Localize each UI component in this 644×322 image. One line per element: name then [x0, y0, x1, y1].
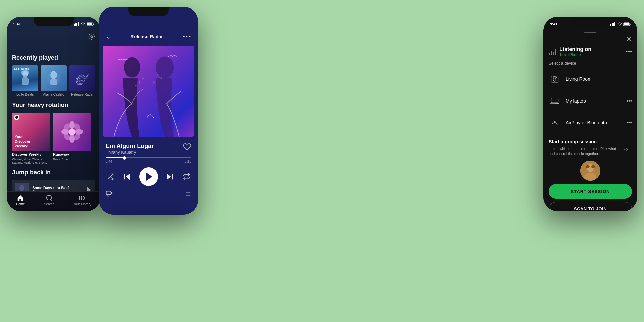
time-left: 9:41: [13, 22, 21, 26]
player-header: ⌄ Release Radar •••: [99, 20, 198, 44]
airplay-svg: [550, 118, 559, 127]
svg-point-17: [69, 128, 75, 135]
svg-rect-62: [612, 23, 613, 26]
phone-center: ⌄ Release Radar •••: [99, 7, 198, 215]
skip-back-button[interactable]: [122, 172, 132, 181]
bar-2: [551, 51, 552, 55]
recently-played-title: Recently played: [12, 54, 95, 61]
device-item-airplay[interactable]: AirPlay or Bluetooth •••: [543, 112, 637, 133]
nav-library-label: Your Library: [73, 202, 91, 206]
status-icons-right: [610, 22, 631, 26]
heavy-rotation-title: Your heavy rotation: [12, 102, 95, 109]
runaway-flower-svg: [60, 120, 84, 144]
select-device-label: Select a device: [543, 60, 637, 68]
notch-right: [570, 17, 610, 26]
device-item-living-room[interactable]: Living Room: [543, 68, 637, 90]
controls-row: [99, 165, 198, 189]
play-triangle: [146, 173, 152, 181]
battery-icon-left: [87, 22, 94, 26]
nav-home[interactable]: Home: [16, 194, 25, 206]
time-row: 0:44 -3:13: [106, 160, 191, 163]
svg-point-28: [19, 185, 24, 191]
signal-icon-left: [74, 22, 79, 26]
device-item-laptop[interactable]: My laptop •••: [543, 90, 637, 112]
svg-marker-47: [126, 174, 130, 180]
album-cover: [103, 46, 194, 137]
svg-point-18: [69, 121, 75, 129]
skip-forward-button[interactable]: [165, 172, 174, 181]
listening-title: Listening on: [559, 46, 622, 52]
lofi-label-overlay: Lo-Fi Beats: [14, 67, 29, 70]
more-dots-icon[interactable]: •••: [183, 33, 191, 40]
svg-point-10: [21, 70, 29, 75]
progress-bar[interactable]: [106, 157, 191, 158]
svg-rect-2: [76, 23, 77, 26]
svg-point-38: [156, 57, 174, 78]
scan-to-join-button[interactable]: SCAN TO JOIN: [549, 202, 632, 211]
player-title: Release Radar: [130, 34, 163, 39]
time-right: 9:41: [550, 22, 557, 26]
rotation-art-discover: YourDiscoverWeekly: [12, 113, 50, 151]
start-session-button[interactable]: START SESSION: [549, 184, 632, 199]
listening-more-button[interactable]: •••: [626, 48, 632, 55]
home-header: [7, 30, 101, 43]
svg-point-75: [587, 164, 594, 172]
alaina-label: Alaina Castillo: [41, 93, 66, 96]
runaway-art-inner: [53, 113, 91, 151]
screen-center: ⌄ Release Radar •••: [99, 7, 198, 215]
lofi-label: Lo-Fi Beats: [12, 93, 38, 96]
close-row: ✕: [543, 34, 637, 44]
repeat-button[interactable]: [182, 172, 191, 181]
svg-rect-66: [630, 23, 631, 25]
song-artist: Thifany Kauany: [106, 150, 154, 155]
screen-left: 9:41: [7, 17, 101, 211]
svg-point-69: [553, 78, 556, 81]
laptop-more-button[interactable]: •••: [626, 98, 632, 104]
phone-left: 9:41: [7, 17, 101, 211]
scan-to-join-label: SCAN TO JOIN: [574, 206, 607, 211]
chevron-down-icon[interactable]: ⌄: [106, 33, 111, 40]
svg-rect-61: [610, 24, 611, 26]
living-room-label: Living Room: [566, 76, 632, 82]
heart-button[interactable]: [183, 143, 191, 153]
signal-icon-right: [610, 22, 616, 26]
jump-song-title: Some Days • Ira Wolf: [32, 186, 82, 190]
gear-icon[interactable]: [88, 33, 95, 40]
svg-point-21: [75, 129, 83, 135]
group-session-section: Start a group session Listen with friend…: [543, 133, 637, 211]
svg-point-78: [591, 165, 595, 168]
airplay-more-button[interactable]: •••: [626, 120, 632, 126]
laptop-svg: [550, 96, 559, 106]
discover-sub: Wardell, Yoke, Thifany Kauany, Marie-Clo…: [12, 158, 50, 164]
svg-text:Your: Your: [76, 77, 81, 79]
phone-right: 9:41: [543, 17, 637, 211]
svg-point-19: [69, 135, 75, 143]
nav-library[interactable]: Your Library: [73, 194, 91, 206]
song-text: Em Algum Lugar Thifany Kauany: [106, 143, 154, 155]
extra-controls: [99, 189, 198, 202]
close-button[interactable]: ✕: [626, 35, 632, 43]
nav-search[interactable]: Search: [44, 194, 55, 206]
recently-played-section: Recently played Lo-Fi Beats: [7, 54, 101, 96]
rotation-card-discover[interactable]: YourDiscoverWeekly Discover Weekly Warde…: [12, 113, 50, 164]
connect-devices-button[interactable]: [106, 190, 113, 199]
skip-forward-icon: [165, 172, 174, 181]
svg-point-37: [124, 57, 140, 78]
album-art-lofi: Lo-Fi Beats: [12, 65, 38, 91]
svg-rect-1: [75, 23, 76, 26]
listening-on-row: Listening on This iPhone •••: [543, 44, 637, 60]
connect-icon: [106, 190, 113, 198]
album-card-radar[interactable]: Your Release Radar Release Radar: [69, 65, 95, 96]
queue-button[interactable]: [184, 190, 191, 199]
svg-rect-0: [74, 24, 75, 26]
speaker-icon: [549, 73, 561, 85]
shuffle-button[interactable]: [106, 172, 115, 181]
rotation-card-runaway[interactable]: Runaway Beast Coast: [53, 113, 91, 164]
svg-rect-64: [614, 22, 615, 26]
lofi-figure-svg: [18, 70, 32, 87]
album-card-lofi[interactable]: Lo-Fi Beats Lo-Fi Beats: [12, 65, 38, 96]
play-button[interactable]: [139, 167, 158, 186]
nav-home-label: Home: [16, 202, 25, 206]
runaway-sub: Beast Coast: [53, 158, 91, 161]
album-card-alaina[interactable]: Alaina Castillo: [41, 65, 66, 96]
